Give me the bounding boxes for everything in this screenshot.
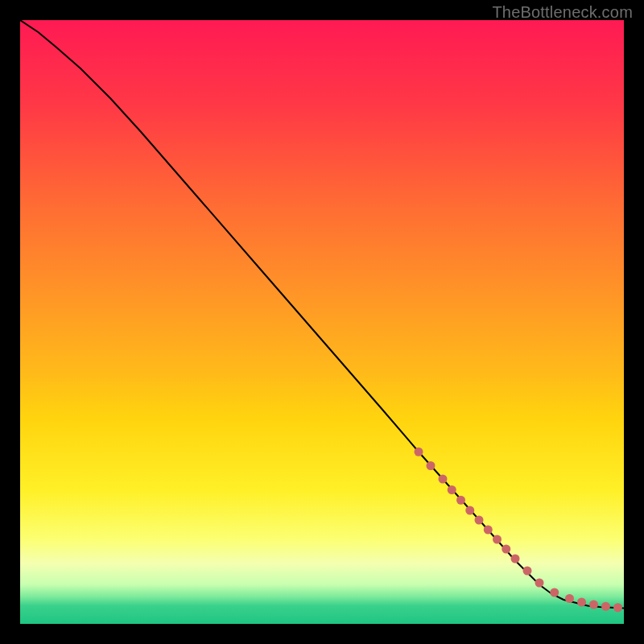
dot-marker bbox=[493, 535, 502, 544]
dot-marker bbox=[535, 579, 544, 588]
dot-marker bbox=[484, 526, 493, 535]
dot-marker bbox=[613, 603, 622, 612]
dot-marker bbox=[456, 496, 465, 505]
dot-marker bbox=[589, 601, 598, 609]
dot-marker bbox=[523, 567, 532, 576]
dot-marker bbox=[565, 594, 574, 603]
dot-marker bbox=[577, 598, 586, 607]
dot-marker bbox=[415, 448, 423, 456]
dot-marker bbox=[511, 555, 520, 564]
gradient-background bbox=[20, 20, 624, 624]
chart-frame: TheBottleneck.com bbox=[0, 0, 644, 644]
dot-marker bbox=[448, 485, 456, 494]
dot-marker bbox=[502, 545, 510, 554]
dot-marker bbox=[601, 602, 610, 611]
watermark-text: TheBottleneck.com bbox=[492, 3, 633, 22]
dot-marker bbox=[439, 475, 448, 484]
dot-marker bbox=[550, 588, 559, 597]
chart-svg bbox=[20, 20, 624, 624]
plot-area bbox=[20, 20, 624, 624]
dot-marker bbox=[427, 461, 436, 470]
dot-marker bbox=[465, 506, 474, 515]
dot-marker bbox=[475, 516, 484, 525]
